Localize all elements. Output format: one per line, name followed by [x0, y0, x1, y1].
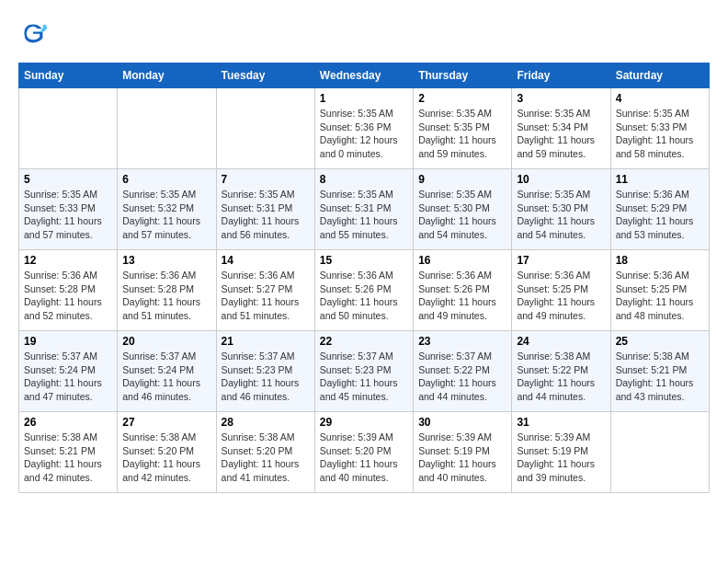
day-info: Sunrise: 5:38 AM Sunset: 5:22 PM Dayligh…	[517, 350, 605, 404]
day-info: Sunrise: 5:36 AM Sunset: 5:29 PM Dayligh…	[616, 188, 704, 242]
calendar-week-2: 5Sunrise: 5:35 AM Sunset: 5:33 PM Daylig…	[19, 169, 710, 250]
day-number: 18	[616, 254, 704, 267]
calendar-cell-1-4: 1Sunrise: 5:35 AM Sunset: 5:36 PM Daylig…	[314, 88, 413, 169]
day-number: 12	[24, 254, 112, 267]
day-number: 4	[616, 92, 704, 105]
calendar-week-4: 19Sunrise: 5:37 AM Sunset: 5:24 PM Dayli…	[19, 331, 710, 412]
page-header	[18, 18, 710, 48]
day-number: 28	[222, 416, 310, 429]
header-thursday: Thursday	[414, 63, 512, 88]
day-info: Sunrise: 5:35 AM Sunset: 5:30 PM Dayligh…	[418, 188, 506, 242]
day-info: Sunrise: 5:37 AM Sunset: 5:22 PM Dayligh…	[418, 350, 506, 404]
logo-icon	[18, 18, 48, 48]
day-info: Sunrise: 5:36 AM Sunset: 5:28 PM Dayligh…	[122, 269, 210, 323]
day-number: 5	[24, 173, 112, 186]
day-info: Sunrise: 5:35 AM Sunset: 5:36 PM Dayligh…	[320, 107, 408, 161]
day-number: 23	[418, 335, 506, 348]
calendar-cell-5-4: 29Sunrise: 5:39 AM Sunset: 5:20 PM Dayli…	[314, 412, 413, 493]
header-saturday: Saturday	[610, 63, 709, 88]
day-info: Sunrise: 5:37 AM Sunset: 5:24 PM Dayligh…	[122, 350, 210, 404]
day-number: 10	[517, 173, 605, 186]
day-info: Sunrise: 5:35 AM Sunset: 5:34 PM Dayligh…	[517, 107, 605, 161]
calendar-cell-5-7	[610, 412, 709, 493]
day-number: 24	[517, 335, 605, 348]
calendar-cell-1-6: 3Sunrise: 5:35 AM Sunset: 5:34 PM Daylig…	[512, 88, 610, 169]
day-number: 26	[24, 416, 112, 429]
calendar-week-5: 26Sunrise: 5:38 AM Sunset: 5:21 PM Dayli…	[19, 412, 710, 493]
day-info: Sunrise: 5:36 AM Sunset: 5:28 PM Dayligh…	[24, 269, 112, 323]
calendar-cell-4-1: 19Sunrise: 5:37 AM Sunset: 5:24 PM Dayli…	[19, 331, 118, 412]
day-info: Sunrise: 5:35 AM Sunset: 5:31 PM Dayligh…	[222, 188, 310, 242]
header-friday: Friday	[512, 63, 610, 88]
calendar-cell-3-4: 15Sunrise: 5:36 AM Sunset: 5:26 PM Dayli…	[314, 250, 413, 331]
day-number: 15	[320, 254, 408, 267]
day-info: Sunrise: 5:36 AM Sunset: 5:26 PM Dayligh…	[418, 269, 506, 323]
calendar-cell-4-4: 22Sunrise: 5:37 AM Sunset: 5:23 PM Dayli…	[314, 331, 413, 412]
day-number: 25	[616, 335, 704, 348]
day-number: 30	[418, 416, 506, 429]
calendar-cell-2-1: 5Sunrise: 5:35 AM Sunset: 5:33 PM Daylig…	[19, 169, 118, 250]
day-number: 29	[320, 416, 408, 429]
day-number: 22	[320, 335, 408, 348]
calendar-cell-4-7: 25Sunrise: 5:38 AM Sunset: 5:21 PM Dayli…	[610, 331, 709, 412]
calendar-cell-3-6: 17Sunrise: 5:36 AM Sunset: 5:25 PM Dayli…	[512, 250, 610, 331]
logo	[18, 18, 53, 48]
day-number: 2	[418, 92, 506, 105]
calendar-cell-4-2: 20Sunrise: 5:37 AM Sunset: 5:24 PM Dayli…	[118, 331, 216, 412]
calendar-cell-4-3: 21Sunrise: 5:37 AM Sunset: 5:23 PM Dayli…	[216, 331, 314, 412]
calendar-cell-1-2	[118, 88, 216, 169]
calendar-cell-4-5: 23Sunrise: 5:37 AM Sunset: 5:22 PM Dayli…	[414, 331, 512, 412]
day-number: 21	[222, 335, 310, 348]
day-info: Sunrise: 5:35 AM Sunset: 5:35 PM Dayligh…	[418, 107, 506, 161]
day-number: 14	[222, 254, 310, 267]
calendar-cell-3-7: 18Sunrise: 5:36 AM Sunset: 5:25 PM Dayli…	[610, 250, 709, 331]
day-info: Sunrise: 5:39 AM Sunset: 5:19 PM Dayligh…	[517, 431, 605, 485]
header-monday: Monday	[118, 63, 216, 88]
day-number: 27	[122, 416, 210, 429]
day-number: 20	[122, 335, 210, 348]
day-number: 19	[24, 335, 112, 348]
day-number: 31	[517, 416, 605, 429]
day-number: 9	[418, 173, 506, 186]
calendar-cell-5-3: 28Sunrise: 5:38 AM Sunset: 5:20 PM Dayli…	[216, 412, 314, 493]
day-info: Sunrise: 5:38 AM Sunset: 5:21 PM Dayligh…	[24, 431, 112, 485]
day-info: Sunrise: 5:36 AM Sunset: 5:25 PM Dayligh…	[616, 269, 704, 323]
calendar-cell-1-7: 4Sunrise: 5:35 AM Sunset: 5:33 PM Daylig…	[610, 88, 709, 169]
day-info: Sunrise: 5:38 AM Sunset: 5:20 PM Dayligh…	[222, 431, 310, 485]
calendar-cell-3-3: 14Sunrise: 5:36 AM Sunset: 5:27 PM Dayli…	[216, 250, 314, 331]
day-info: Sunrise: 5:36 AM Sunset: 5:27 PM Dayligh…	[222, 269, 310, 323]
day-info: Sunrise: 5:37 AM Sunset: 5:23 PM Dayligh…	[222, 350, 310, 404]
calendar-week-3: 12Sunrise: 5:36 AM Sunset: 5:28 PM Dayli…	[19, 250, 710, 331]
day-info: Sunrise: 5:37 AM Sunset: 5:24 PM Dayligh…	[24, 350, 112, 404]
calendar-cell-5-1: 26Sunrise: 5:38 AM Sunset: 5:21 PM Dayli…	[19, 412, 118, 493]
header-wednesday: Wednesday	[314, 63, 413, 88]
day-info: Sunrise: 5:35 AM Sunset: 5:30 PM Dayligh…	[517, 188, 605, 242]
calendar-cell-1-5: 2Sunrise: 5:35 AM Sunset: 5:35 PM Daylig…	[414, 88, 512, 169]
calendar-cell-5-2: 27Sunrise: 5:38 AM Sunset: 5:20 PM Dayli…	[118, 412, 216, 493]
day-info: Sunrise: 5:38 AM Sunset: 5:20 PM Dayligh…	[122, 431, 210, 485]
calendar-cell-2-4: 8Sunrise: 5:35 AM Sunset: 5:31 PM Daylig…	[314, 169, 413, 250]
calendar-cell-1-3	[216, 88, 314, 169]
header-tuesday: Tuesday	[216, 63, 314, 88]
day-number: 16	[418, 254, 506, 267]
calendar-cell-2-5: 9Sunrise: 5:35 AM Sunset: 5:30 PM Daylig…	[414, 169, 512, 250]
calendar-cell-3-2: 13Sunrise: 5:36 AM Sunset: 5:28 PM Dayli…	[118, 250, 216, 331]
day-number: 1	[320, 92, 408, 105]
day-info: Sunrise: 5:36 AM Sunset: 5:25 PM Dayligh…	[517, 269, 605, 323]
day-info: Sunrise: 5:35 AM Sunset: 5:33 PM Dayligh…	[24, 188, 112, 242]
day-info: Sunrise: 5:35 AM Sunset: 5:33 PM Dayligh…	[616, 107, 704, 161]
day-number: 6	[122, 173, 210, 186]
day-info: Sunrise: 5:35 AM Sunset: 5:31 PM Dayligh…	[320, 188, 408, 242]
day-info: Sunrise: 5:39 AM Sunset: 5:20 PM Dayligh…	[320, 431, 408, 485]
calendar-cell-3-5: 16Sunrise: 5:36 AM Sunset: 5:26 PM Dayli…	[414, 250, 512, 331]
calendar-cell-2-2: 6Sunrise: 5:35 AM Sunset: 5:32 PM Daylig…	[118, 169, 216, 250]
day-number: 8	[320, 173, 408, 186]
calendar-cell-5-5: 30Sunrise: 5:39 AM Sunset: 5:19 PM Dayli…	[414, 412, 512, 493]
calendar-table: SundayMondayTuesdayWednesdayThursdayFrid…	[18, 63, 710, 493]
day-number: 3	[517, 92, 605, 105]
calendar-cell-4-6: 24Sunrise: 5:38 AM Sunset: 5:22 PM Dayli…	[512, 331, 610, 412]
calendar-cell-1-1	[19, 88, 118, 169]
calendar-week-1: 1Sunrise: 5:35 AM Sunset: 5:36 PM Daylig…	[19, 88, 710, 169]
day-info: Sunrise: 5:36 AM Sunset: 5:26 PM Dayligh…	[320, 269, 408, 323]
day-number: 11	[616, 173, 704, 186]
